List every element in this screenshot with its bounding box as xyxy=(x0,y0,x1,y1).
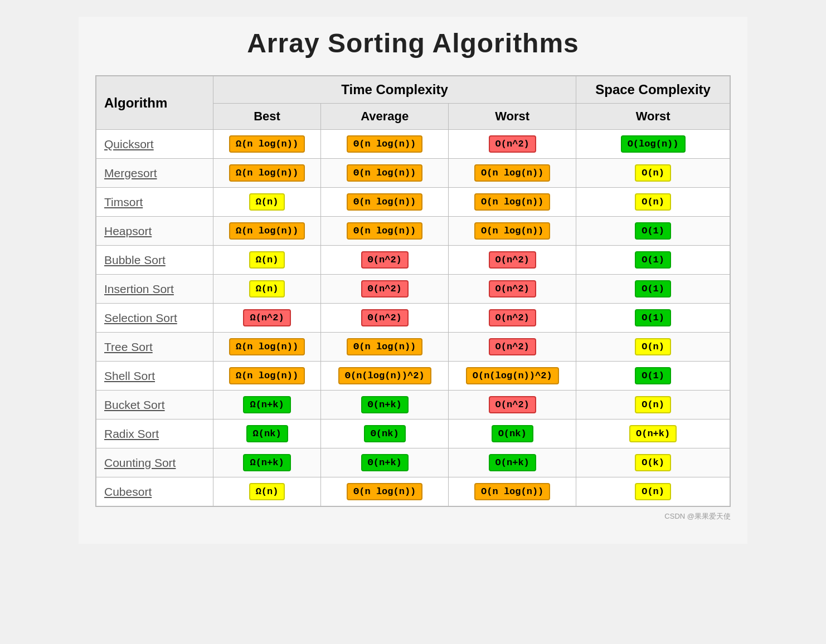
worst-cell: O(n^2) xyxy=(449,275,576,304)
worst-cell: O(n^2) xyxy=(449,304,576,333)
best-cell: Ω(n log(n)) xyxy=(213,130,320,159)
space-badge: O(n+k) xyxy=(629,425,677,442)
average-cell: Θ(n log(n)) xyxy=(321,188,449,217)
space-badge: O(n) xyxy=(635,483,671,500)
average-cell: Θ(n log(n)) xyxy=(321,159,449,188)
algo-name-cell: Radix Sort xyxy=(96,419,213,448)
algo-link[interactable]: Tree Sort xyxy=(104,340,153,353)
algo-link[interactable]: Counting Sort xyxy=(104,456,176,469)
best-badge: Ω(n log(n)) xyxy=(229,164,305,182)
algo-link[interactable]: Insertion Sort xyxy=(104,282,174,295)
worst-badge: O(n log(n)) xyxy=(474,164,550,182)
algo-link[interactable]: Quicksort xyxy=(104,138,154,150)
best-cell: Ω(n log(n)) xyxy=(213,333,320,362)
algo-name-cell: Insertion Sort xyxy=(96,275,213,304)
worst-cell: O(n+k) xyxy=(449,448,576,477)
average-badge: Θ(n+k) xyxy=(361,454,409,471)
worst-badge: O(n log(n)) xyxy=(474,193,550,211)
worst-cell: O(n log(n)) xyxy=(449,188,576,217)
best-cell: Ω(n^2) xyxy=(213,304,320,333)
table-row: TimsortΩ(n)Θ(n log(n))O(n log(n))O(n) xyxy=(96,188,730,217)
algo-link[interactable]: Bucket Sort xyxy=(104,398,165,411)
algo-link[interactable]: Selection Sort xyxy=(104,311,177,324)
algo-name-cell: Cubesort xyxy=(96,477,213,507)
table-row: Counting SortΩ(n+k)Θ(n+k)O(n+k)O(k) xyxy=(96,448,730,477)
best-cell: Ω(n log(n)) xyxy=(213,217,320,246)
header-worst-time: Worst xyxy=(449,104,576,130)
average-cell: Θ(n+k) xyxy=(321,448,449,477)
average-badge: Θ(n log(n)) xyxy=(347,222,422,240)
average-badge: Θ(n^2) xyxy=(361,280,409,297)
average-cell: Θ(n+k) xyxy=(321,391,449,419)
header-best: Best xyxy=(213,104,320,130)
worst-badge: O(n^2) xyxy=(489,135,536,153)
worst-cell: O(n^2) xyxy=(449,246,576,275)
algo-link[interactable]: Radix Sort xyxy=(104,427,159,440)
average-badge: Θ(n log(n)) xyxy=(347,483,422,500)
best-badge: Ω(n^2) xyxy=(243,309,290,326)
space-cell: O(n) xyxy=(576,391,730,419)
table-row: MergesortΩ(n log(n))Θ(n log(n))O(n log(n… xyxy=(96,159,730,188)
table-row: QuicksortΩ(n log(n))Θ(n log(n))O(n^2)O(l… xyxy=(96,130,730,159)
sorting-table: Algorithm Time Complexity Space Complexi… xyxy=(95,75,731,507)
average-cell: Θ(n log(n)) xyxy=(321,130,449,159)
space-cell: O(n) xyxy=(576,188,730,217)
algo-name-cell: Quicksort xyxy=(96,130,213,159)
space-badge: O(1) xyxy=(635,367,671,384)
algo-name-cell: Selection Sort xyxy=(96,304,213,333)
worst-badge: O(n log(n)) xyxy=(474,222,550,240)
average-cell: Θ(nk) xyxy=(321,419,449,448)
space-badge: O(n) xyxy=(635,193,671,211)
space-cell: O(log(n)) xyxy=(576,130,730,159)
worst-badge: O(n^2) xyxy=(489,309,536,326)
header-average: Average xyxy=(321,104,449,130)
average-badge: Θ(n log(n)) xyxy=(347,338,422,355)
average-cell: Θ(n(log(n))^2) xyxy=(321,362,449,391)
algo-link[interactable]: Heapsort xyxy=(104,225,152,237)
table-row: Selection SortΩ(n^2)Θ(n^2)O(n^2)O(1) xyxy=(96,304,730,333)
algo-link[interactable]: Timsort xyxy=(104,196,143,208)
space-cell: O(n) xyxy=(576,159,730,188)
table-row: Shell SortΩ(n log(n))Θ(n(log(n))^2)O(n(l… xyxy=(96,362,730,391)
worst-badge: O(n^2) xyxy=(489,251,536,269)
best-cell: Ω(n) xyxy=(213,275,320,304)
space-cell: O(1) xyxy=(576,275,730,304)
average-badge: Θ(n^2) xyxy=(361,251,409,269)
average-badge: Θ(n(log(n))^2) xyxy=(338,367,431,384)
header-time-complexity: Time Complexity xyxy=(213,76,576,104)
best-badge: Ω(n log(n)) xyxy=(229,222,305,240)
worst-cell: O(n^2) xyxy=(449,391,576,419)
algo-link[interactable]: Shell Sort xyxy=(104,369,155,382)
best-cell: Ω(n log(n)) xyxy=(213,362,320,391)
space-cell: O(1) xyxy=(576,304,730,333)
best-cell: Ω(n+k) xyxy=(213,448,320,477)
algo-link[interactable]: Bubble Sort xyxy=(104,253,166,266)
algo-name-cell: Bubble Sort xyxy=(96,246,213,275)
algo-name-cell: Mergesort xyxy=(96,159,213,188)
average-badge: Θ(n log(n)) xyxy=(347,135,422,153)
best-badge: Ω(n) xyxy=(249,483,285,500)
worst-cell: O(n^2) xyxy=(449,333,576,362)
best-badge: Ω(n log(n)) xyxy=(229,135,305,153)
space-badge: O(k) xyxy=(635,454,671,471)
best-badge: Ω(nk) xyxy=(246,425,288,442)
worst-cell: O(nk) xyxy=(449,419,576,448)
algo-link[interactable]: Mergesort xyxy=(104,167,157,179)
average-badge: Θ(n^2) xyxy=(361,309,409,326)
worst-badge: O(nk) xyxy=(492,425,533,442)
average-badge: Θ(n log(n)) xyxy=(347,164,422,182)
best-cell: Ω(n log(n)) xyxy=(213,159,320,188)
space-badge: O(log(n)) xyxy=(621,135,686,153)
table-row: Bucket SortΩ(n+k)Θ(n+k)O(n^2)O(n) xyxy=(96,391,730,419)
header-worst-space: Worst xyxy=(576,104,730,130)
average-badge: Θ(nk) xyxy=(364,425,406,442)
space-cell: O(1) xyxy=(576,246,730,275)
space-badge: O(n) xyxy=(635,338,671,355)
best-cell: Ω(n) xyxy=(213,188,320,217)
space-badge: O(n) xyxy=(635,164,671,182)
space-cell: O(n) xyxy=(576,333,730,362)
algo-name-cell: Bucket Sort xyxy=(96,391,213,419)
header-algorithm: Algorithm xyxy=(96,76,213,130)
best-badge: Ω(n) xyxy=(249,251,285,269)
algo-link[interactable]: Cubesort xyxy=(104,485,152,498)
